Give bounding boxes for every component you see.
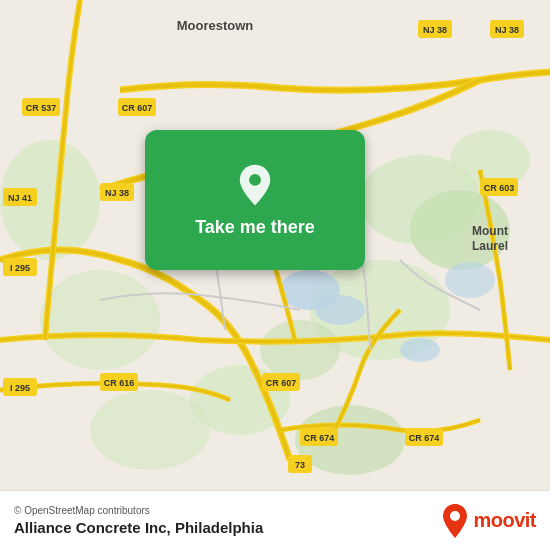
svg-point-12 bbox=[315, 295, 365, 325]
bottom-info: © OpenStreetMap contributors Alliance Co… bbox=[14, 505, 263, 536]
svg-text:I 295: I 295 bbox=[10, 263, 30, 273]
svg-text:Laurel: Laurel bbox=[472, 239, 508, 253]
svg-text:CR 674: CR 674 bbox=[409, 433, 440, 443]
svg-text:NJ 41: NJ 41 bbox=[8, 193, 32, 203]
svg-text:73: 73 bbox=[295, 460, 305, 470]
popup-card[interactable]: Take me there bbox=[145, 130, 365, 270]
popup-label: Take me there bbox=[195, 217, 315, 238]
svg-text:Mount: Mount bbox=[472, 224, 508, 238]
svg-point-5 bbox=[260, 320, 340, 380]
location-pin-icon bbox=[233, 163, 277, 207]
svg-point-47 bbox=[450, 511, 460, 521]
location-name: Alliance Concrete Inc, Philadelphia bbox=[14, 519, 263, 536]
svg-text:CR 607: CR 607 bbox=[266, 378, 297, 388]
svg-point-7 bbox=[40, 270, 160, 370]
svg-point-13 bbox=[400, 338, 440, 362]
moovit-pin-icon bbox=[441, 503, 469, 539]
svg-point-9 bbox=[90, 390, 210, 470]
map-container: CR 537 CR 607 NJ 38 NJ 38 NJ 41 NJ 38 I … bbox=[0, 0, 550, 490]
svg-text:NJ 38: NJ 38 bbox=[423, 25, 447, 35]
moovit-logo: moovit bbox=[441, 503, 536, 539]
svg-text:Moorestown: Moorestown bbox=[177, 18, 254, 33]
svg-text:CR 616: CR 616 bbox=[104, 378, 135, 388]
svg-text:NJ 38: NJ 38 bbox=[105, 188, 129, 198]
svg-text:I 295: I 295 bbox=[10, 383, 30, 393]
bottom-bar: © OpenStreetMap contributors Alliance Co… bbox=[0, 490, 550, 550]
svg-text:CR 607: CR 607 bbox=[122, 103, 153, 113]
svg-text:CR 603: CR 603 bbox=[484, 183, 515, 193]
moovit-text: moovit bbox=[473, 509, 536, 532]
svg-point-14 bbox=[445, 262, 495, 298]
osm-credit: © OpenStreetMap contributors bbox=[14, 505, 263, 516]
svg-text:CR 537: CR 537 bbox=[26, 103, 57, 113]
svg-text:CR 674: CR 674 bbox=[304, 433, 335, 443]
svg-point-46 bbox=[249, 174, 261, 186]
svg-text:NJ 38: NJ 38 bbox=[495, 25, 519, 35]
